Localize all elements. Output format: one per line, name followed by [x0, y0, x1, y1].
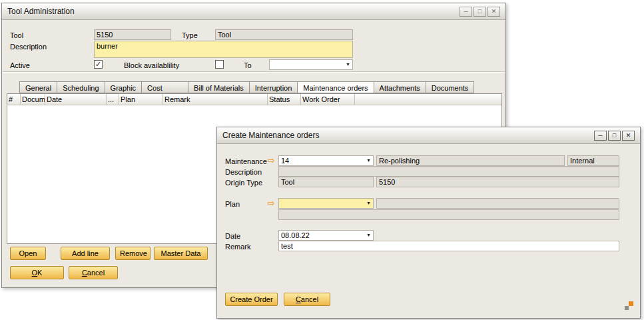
col-header-work-order[interactable]: Work Order [301, 94, 355, 105]
col-header-document[interactable]: Document [21, 94, 45, 105]
maintenance-link-arrow-icon[interactable]: ⇨ [268, 156, 275, 165]
ok-button[interactable]: OK [10, 266, 64, 279]
tab-documents[interactable]: Documents [426, 81, 475, 93]
col-header-date[interactable]: Date [45, 94, 107, 105]
main-titlebar[interactable]: Tool Administration ─ □ ✕ [2, 3, 505, 20]
date-label: Date [225, 232, 240, 240]
dropdown-arrow-icon[interactable]: ▼ [365, 231, 371, 240]
add-line-button[interactable]: Add line [61, 247, 110, 260]
dialog-cancel-button[interactable]: Cancel [284, 293, 330, 306]
plan-label: Plan [225, 200, 240, 208]
table-header-row: # Document Date ... Plan Remark Status W… [7, 94, 501, 105]
to-label: To [244, 61, 252, 69]
dialog-minimize-icon[interactable]: ─ [594, 131, 607, 141]
desktop: Tool Administration ─ □ ✕ Tool 5150 Type… [0, 0, 644, 320]
tab-cost[interactable]: Cost [141, 81, 188, 93]
maintenance-name-field: Re-polishing [376, 155, 565, 166]
cancel-button[interactable]: Cancel [69, 266, 118, 279]
close-icon[interactable]: ✕ [487, 7, 500, 17]
col-header-remark[interactable]: Remark [163, 94, 268, 105]
dialog-titlebar[interactable]: Create Maintenance orders ─ □ ✕ [217, 127, 640, 144]
dropdown-arrow-icon[interactable]: ▼ [344, 60, 350, 69]
dialog-window-controls: ─ □ ✕ [594, 131, 635, 141]
block-availability-label: Block availablility [124, 61, 179, 69]
date-combo[interactable]: 08.08.22 ▼ [278, 230, 374, 241]
tab-bill-of-materials[interactable]: Bill of Materials [188, 81, 249, 93]
remove-button[interactable]: Remove [115, 247, 151, 260]
remark-input[interactable] [278, 241, 619, 251]
col-header-filler [355, 94, 501, 105]
description-field[interactable]: burner [94, 41, 353, 58]
type-field: Tool [215, 29, 353, 40]
plan-name-field [376, 198, 619, 209]
active-checkbox[interactable]: ✓ [94, 60, 103, 69]
tab-graphic[interactable]: Graphic [105, 81, 142, 93]
minimize-icon[interactable]: ─ [460, 7, 472, 17]
origin-ref-field: 5150 [376, 177, 619, 187]
description-label: Description [10, 43, 47, 51]
create-maintenance-orders-dialog: Create Maintenance orders ─ □ ✕ Maintena… [216, 127, 641, 319]
main-window-title: Tool Administration [7, 7, 75, 16]
origin-type-field: Tool [278, 177, 374, 187]
maintenance-combo[interactable]: 14 ▼ [278, 155, 374, 166]
dialog-title: Create Maintenance orders [222, 131, 319, 140]
col-header-plan[interactable]: Plan [119, 94, 163, 105]
maintenance-label: Maintenance [225, 157, 267, 165]
dropdown-arrow-icon[interactable]: ▼ [365, 199, 371, 208]
col-header-status[interactable]: Status [268, 94, 301, 105]
resize-grip-icon[interactable] [625, 301, 633, 310]
tool-label: Tool [10, 31, 23, 39]
col-header-number[interactable]: # [7, 94, 21, 105]
maximize-icon[interactable]: □ [474, 7, 486, 17]
dialog-maximize-icon[interactable]: □ [608, 131, 621, 141]
tab-general[interactable]: General [19, 81, 57, 93]
remark-label: Remark [225, 243, 251, 251]
col-header-link[interactable]: ... [107, 94, 119, 105]
maintenance-combo-value: 14 [281, 156, 289, 165]
create-order-button[interactable]: Create Order [225, 293, 278, 306]
dialog-description-field [278, 166, 619, 177]
active-label: Active [10, 61, 30, 69]
type-label: Type [182, 31, 198, 39]
plan-combo[interactable]: ▼ [278, 198, 374, 209]
date-combo-value: 08.08.22 [281, 231, 310, 240]
maintenance-type-field: Internal [567, 155, 619, 166]
form-separator [3, 71, 505, 73]
dropdown-arrow-icon[interactable]: ▼ [365, 156, 371, 165]
block-availability-checkbox[interactable] [215, 60, 224, 69]
tool-field: 5150 [94, 29, 171, 40]
tab-attachments[interactable]: Attachments [374, 81, 426, 93]
to-combo[interactable]: ▼ [269, 59, 353, 70]
main-window-controls: ─ □ ✕ [460, 7, 500, 17]
origin-type-label: Origin Type [225, 179, 262, 187]
tab-maintenance-orders[interactable]: Maintenance orders [297, 81, 373, 93]
open-button[interactable]: Open [10, 247, 46, 260]
dialog-description-label: Description [225, 168, 262, 176]
tab-scheduling[interactable]: Scheduling [57, 81, 104, 93]
dialog-close-icon[interactable]: ✕ [622, 131, 635, 141]
plan-link-arrow-icon[interactable]: ⇨ [268, 199, 275, 208]
tabstrip: General Scheduling Graphic Cost Bill of … [19, 81, 474, 93]
master-data-button[interactable]: Master Data [154, 247, 208, 260]
plan-extra-field [278, 209, 619, 220]
tab-interruption[interactable]: Interruption [249, 81, 298, 93]
